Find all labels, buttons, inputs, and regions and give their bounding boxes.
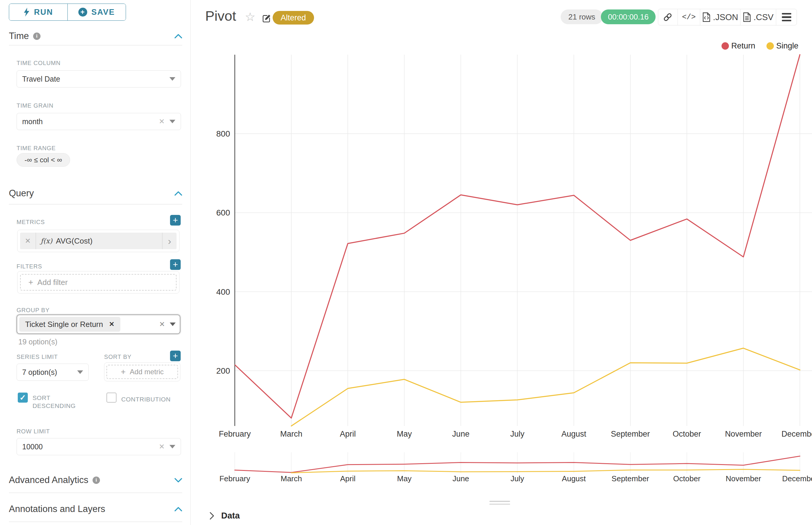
export-csv-button[interactable]: .CSV	[740, 9, 776, 25]
time-range-label: TIME RANGE	[17, 145, 56, 152]
metric-pill[interactable]: ✕ ƒ(x) AVG(Cost) ›	[20, 232, 177, 249]
metrics-label: METRICS	[17, 219, 45, 226]
svg-text:September: September	[611, 474, 649, 483]
plus-icon: +	[121, 368, 126, 376]
row-limit-label: ROW LIMIT	[17, 428, 50, 435]
export-json-button[interactable]: .JSON	[700, 9, 740, 25]
edit-properties-icon[interactable]	[261, 14, 271, 24]
code-icon: </>	[682, 13, 696, 21]
add-metric-button[interactable]: +	[170, 215, 181, 226]
sort-by-label: SORT BY	[104, 354, 132, 360]
divider	[9, 204, 182, 205]
data-section-label: Data	[221, 511, 240, 521]
group-by-label: GROUP BY	[17, 307, 50, 314]
svg-text:March: March	[281, 474, 302, 483]
run-save-button-group: RUN + SAVE	[9, 3, 126, 21]
csv-file-icon	[743, 12, 751, 22]
svg-text:November: November	[726, 474, 761, 483]
info-icon[interactable]: i	[92, 477, 100, 484]
svg-text:800: 800	[216, 129, 230, 138]
advanced-analytics-header[interactable]: Advanced Analytics i	[9, 474, 182, 486]
chart-menu-button[interactable]	[776, 9, 797, 25]
data-section-toggle[interactable]: Data	[209, 511, 240, 521]
sort-descending-checkbox[interactable]: ✓	[18, 393, 28, 403]
add-sort-metric-button[interactable]: +	[170, 350, 181, 361]
save-button[interactable]: + SAVE	[68, 4, 126, 20]
divider	[9, 493, 182, 493]
time-column-select[interactable]: Travel Date	[17, 70, 181, 88]
svg-text:December: December	[782, 430, 812, 438]
svg-text:September: September	[611, 430, 650, 438]
control-panel-sidebar: RUN + SAVE Time i TIME COLUMN Travel Dat…	[0, 0, 191, 525]
series-limit-value: 7 option(s)	[22, 368, 57, 377]
chevron-right-icon	[209, 511, 215, 520]
chart-title: Pivot	[205, 8, 236, 24]
export-csv-label: .CSV	[753, 12, 773, 22]
advanced-analytics-title: Advanced Analytics	[9, 475, 88, 485]
metric-value: AVG(Cost)	[52, 237, 92, 246]
line-chart[interactable]: 200400600800FebruaryMarchAprilMayJuneJul…	[191, 35, 812, 449]
hamburger-menu-icon	[782, 13, 791, 21]
query-section-header[interactable]: Query	[9, 187, 182, 200]
series-limit-select[interactable]: 7 option(s)	[17, 364, 89, 381]
remove-tag-icon[interactable]: ✕	[109, 320, 114, 328]
view-query-button[interactable]: </>	[677, 9, 700, 25]
annotations-section-title: Annotations and Layers	[9, 504, 105, 514]
chevron-up-icon[interactable]	[175, 34, 182, 39]
time-section-header[interactable]: Time i	[9, 30, 182, 43]
svg-text:August: August	[562, 430, 587, 438]
favorite-star-icon[interactable]: ☆	[245, 10, 255, 24]
group-by-value: Ticket Single or Return	[25, 320, 103, 329]
row-limit-select[interactable]: 10000 ✕	[17, 438, 181, 455]
metric-field: ✕ ƒ(x) AVG(Cost) ›	[17, 230, 179, 252]
time-grain-value: month	[22, 117, 43, 126]
add-filter-plus-button[interactable]: +	[170, 259, 181, 270]
svg-text:April: April	[340, 430, 356, 438]
export-json-label: .JSON	[713, 12, 738, 22]
group-by-options-hint: 19 option(s)	[18, 338, 57, 346]
group-by-select[interactable]: Ticket Single or Return ✕ ✕	[17, 315, 180, 334]
chevron-up-icon[interactable]	[175, 191, 182, 196]
chevron-right-icon[interactable]: ›	[163, 236, 177, 246]
annotations-section-header[interactable]: Annotations and Layers	[9, 502, 182, 515]
query-timer-badge: 00:00:00.16	[601, 10, 655, 24]
share-link-button[interactable]	[658, 9, 677, 25]
svg-text:November: November	[725, 430, 762, 438]
plus-circle-icon: +	[78, 8, 87, 17]
time-grain-select[interactable]: month ✕	[17, 113, 181, 130]
chevron-down-icon	[169, 77, 175, 81]
clear-icon[interactable]: ✕	[159, 442, 165, 451]
contribution-label: CONTRIBUTION	[121, 395, 171, 403]
clear-icon[interactable]: ✕	[159, 117, 165, 126]
info-icon[interactable]: i	[33, 32, 41, 40]
run-button[interactable]: RUN	[9, 4, 68, 20]
chevron-down-icon[interactable]	[175, 478, 182, 482]
chevron-down-icon	[169, 120, 175, 123]
svg-text:December: December	[782, 474, 812, 483]
time-column-label: TIME COLUMN	[17, 60, 61, 66]
chevron-up-icon[interactable]	[175, 507, 182, 511]
remove-metric-icon[interactable]: ✕	[20, 237, 35, 245]
clear-icon[interactable]: ✕	[159, 320, 165, 328]
svg-text:August: August	[562, 474, 586, 483]
series-limit-label: SERIES LIMIT	[17, 354, 58, 360]
time-range-value: -∞ ≤ col < ∞	[25, 156, 62, 164]
time-range-pill[interactable]: -∞ ≤ col < ∞	[17, 153, 70, 167]
svg-text:July: July	[511, 474, 524, 483]
altered-badge: Altered	[272, 11, 314, 25]
svg-text:February: February	[219, 430, 251, 438]
group-by-tag[interactable]: Ticket Single or Return ✕	[19, 317, 120, 332]
contribution-checkbox[interactable]	[106, 393, 117, 403]
panel-resize-handle[interactable]	[489, 501, 510, 506]
lightning-bolt-icon	[23, 8, 30, 17]
chevron-down-icon	[77, 370, 83, 374]
range-selector-minichart[interactable]: FebruaryMarchAprilMayJuneJulyAugustSepte…	[191, 452, 812, 486]
svg-text:October: October	[673, 474, 701, 483]
save-button-label: SAVE	[91, 8, 115, 17]
svg-text:600: 600	[216, 208, 230, 217]
svg-text:April: April	[340, 474, 355, 483]
add-filter-button[interactable]: + Add filter	[20, 274, 177, 290]
plus-icon: +	[28, 278, 33, 286]
add-sort-metric[interactable]: + Add metric	[106, 365, 178, 379]
run-button-label: RUN	[34, 8, 53, 17]
